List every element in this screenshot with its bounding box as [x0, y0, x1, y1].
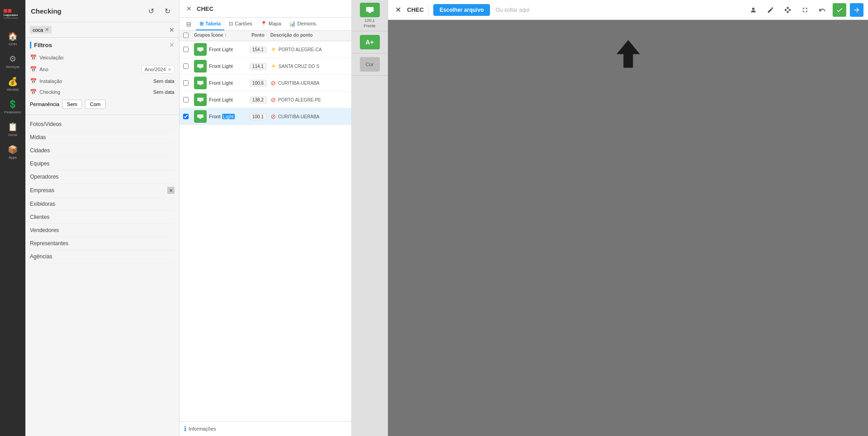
permanencia-sem-button[interactable]: Sem [62, 100, 82, 109]
table-close-button[interactable]: ✕ [184, 4, 194, 14]
filter-fotos-videos[interactable]: Fotos/Videos [30, 118, 175, 131]
filter-exibidoras[interactable]: Exibidoras [30, 198, 175, 211]
row-1-icon [194, 43, 207, 56]
filter-value-instalacao: Sem data [153, 78, 175, 84]
row-3-desc: ⊘ CURITIBA-UERABA [271, 79, 348, 87]
person-button[interactable] [747, 3, 760, 17]
refresh-button[interactable]: ↻ [161, 5, 174, 17]
table-row-selected[interactable]: Front Light 100.1 ⊘ CURITIBA-UERABA [179, 108, 351, 125]
row-5-desc-text: CURITIBA-UERABA [278, 114, 320, 119]
filter-empresas-remove[interactable]: ✕ [167, 187, 175, 194]
data-table: Grupos Ícone ↑ Ponto Descrição do ponto … [179, 31, 351, 421]
filter-row-veiculacao[interactable]: 📅 Veiculação [30, 52, 175, 63]
row-2-icon [194, 60, 207, 73]
filter-button[interactable]: ⊟ [182, 18, 195, 30]
checking-cor-button[interactable]: Cor [360, 57, 380, 72]
row-4-status-icon: ⊘ [271, 96, 276, 103]
tab-bar: ⊟ ⊞ Tabela ⊡ Cartões 📍 Mapa 📊 Demons. [179, 18, 351, 31]
check-green-button[interactable] [833, 3, 846, 17]
checking-a-plus-button[interactable]: A+ [360, 35, 380, 49]
year-tag[interactable]: Ano/2024 ✕ [141, 65, 175, 73]
sidebar-item-label-ooh: OOH [9, 42, 17, 46]
row-5-checkbox[interactable] [183, 114, 194, 119]
history-button[interactable]: ↺ [145, 5, 157, 17]
row-1-status-icon: ☀ [271, 46, 276, 53]
row-4-checkbox[interactable] [183, 97, 194, 102]
move-button[interactable] [781, 3, 795, 17]
sidebar-item-vendas[interactable]: 💰 Vendas [1, 73, 24, 95]
svg-rect-0 [4, 9, 7, 13]
upload-close-button[interactable]: ✕ [393, 5, 403, 15]
sidebar-item-ooh[interactable]: 🏠 OOH [1, 27, 24, 50]
filter-clientes[interactable]: Clientes [30, 211, 175, 224]
row-1-checkbox[interactable] [183, 47, 194, 52]
geral-icon: 📋 [8, 122, 18, 132]
filter-vendedores[interactable]: Vendedores [30, 224, 175, 237]
checking-num-label: 120.1 [364, 18, 375, 23]
choose-file-button[interactable]: Escolher arquivo [433, 4, 490, 16]
permanencia-com-button[interactable]: Com [85, 100, 105, 109]
filter-equipes-label: Equipes [30, 160, 49, 167]
tab-cartoes-icon: ⊡ [229, 21, 233, 27]
edit-button[interactable] [764, 3, 777, 17]
sidebar-item-apps[interactable]: 📦 Apps [1, 140, 24, 163]
filter-row-checking[interactable]: 📅 Checking Sem data [30, 87, 175, 97]
table-row[interactable]: Front Light 114.1 ☀ SANTA CRUZ DO S [179, 58, 351, 75]
search-tag-coca[interactable]: coca ✕ [30, 26, 52, 34]
sidebar: Logycware Credibility Solutions 🏠 OOH ⚙ … [0, 0, 25, 436]
tab-demons[interactable]: 📊 Demons. [286, 18, 321, 30]
upload-arrow-icon [612, 38, 644, 70]
search-tag-remove[interactable]: ✕ [45, 27, 49, 33]
year-tag-value: Ano/2024 [145, 67, 166, 72]
checking-green-button[interactable] [360, 3, 380, 17]
table-row[interactable]: Front Light 100.6 ⊘ CURITIBA-UERABA [179, 75, 351, 92]
filter-equipes[interactable]: Equipes [30, 157, 175, 170]
upload-area[interactable] [388, 20, 868, 436]
row-1-grupo: Front Light [194, 43, 246, 56]
sidebar-item-geral[interactable]: 📋 Geral [1, 118, 24, 140]
filter-midias-label: Mídias [30, 134, 46, 140]
search-bar: coca ✕ ✕ [25, 22, 179, 38]
undo-button[interactable] [815, 3, 829, 17]
tab-tabela[interactable]: ⊞ Tabela [196, 18, 224, 30]
row-1-ponto-badge: 154.1 [250, 46, 267, 53]
tab-mapa[interactable]: 📍 Mapa [257, 18, 285, 30]
svg-rect-1 [8, 9, 11, 13]
filter-empresas[interactable]: Empresas ✕ [30, 184, 175, 198]
sidebar-item-financeiro[interactable]: 💲 Financeiro [1, 95, 24, 118]
filter-midias[interactable]: Mídias [30, 131, 175, 144]
filter-agencias[interactable]: Agências [30, 250, 175, 263]
sidebar-item-servicos[interactable]: ⚙ Serviços [1, 50, 24, 73]
filter-row-instalacao[interactable]: 📅 Instalação Sem data [30, 76, 175, 87]
tab-cartoes[interactable]: ⊡ Cartões [225, 18, 256, 30]
tab-demons-label: Demons. [297, 21, 317, 26]
filter-row-ano[interactable]: 📅 Ano Ano/2024 ✕ [30, 63, 175, 76]
filters-close-button[interactable]: ✕ [169, 41, 175, 48]
info-icon: ℹ [184, 425, 186, 432]
filter-exibidoras-label: Exibidoras [30, 201, 55, 207]
row-4-grupo: Front Light [194, 93, 246, 106]
checking-cor-label: Cor [366, 62, 374, 67]
expand-button[interactable] [798, 3, 812, 17]
row-1-desc: ☀ PORTO ALEGRE-CA [271, 46, 348, 53]
search-clear-button[interactable]: ✕ [169, 26, 175, 34]
row-4-ponto: 138.2 [246, 97, 271, 103]
row-5-icon [194, 110, 207, 123]
forward-button[interactable] [850, 3, 863, 17]
row-2-grupo: Front Light [194, 60, 246, 73]
tab-demons-icon: 📊 [289, 21, 296, 27]
table-row[interactable]: Front Light 138.2 ⊘ PORTO ALEGRE-PE [179, 92, 351, 108]
select-all-checkbox[interactable] [183, 33, 189, 38]
filter-cidades[interactable]: Cidades [30, 144, 175, 157]
row-2-checkbox[interactable] [183, 63, 194, 69]
row-1-ponto: 154.1 [246, 46, 271, 53]
filter-representantes[interactable]: Representantes [30, 237, 175, 250]
main-panel: Checking ↺ ↻ coca ✕ ✕ Filtros ✕ 📅 Veicul… [25, 0, 179, 436]
row-5-ponto-badge: 100.1 [250, 113, 267, 120]
filter-label-checking: Checking [39, 89, 150, 95]
year-tag-remove[interactable]: ✕ [168, 67, 171, 72]
table-row[interactable]: Front Light 154.1 ☀ PORTO ALEGRE-CA [179, 41, 351, 58]
row-3-checkbox[interactable] [183, 80, 194, 86]
filter-operadores[interactable]: Operadores [30, 170, 175, 184]
filter-clientes-label: Clientes [30, 214, 49, 220]
